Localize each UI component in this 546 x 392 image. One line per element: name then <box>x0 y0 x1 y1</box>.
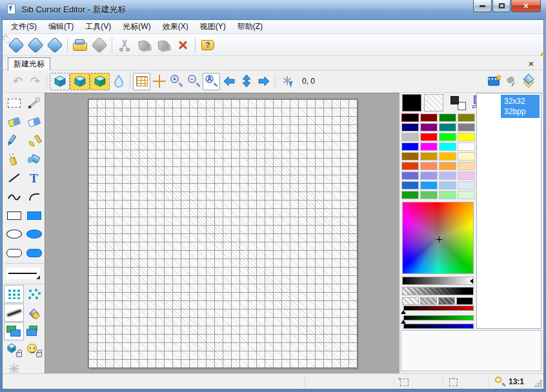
canvas-grid[interactable] <box>88 99 358 368</box>
tool-text[interactable]: T <box>24 169 44 187</box>
zoom-out-button[interactable]: − <box>185 73 203 90</box>
crosshair-toggle-button[interactable] <box>150 73 168 90</box>
tool-filled-rectangle[interactable] <box>24 206 44 224</box>
transparency-drop-button[interactable] <box>110 73 127 90</box>
tool-move-region[interactable] <box>24 322 44 340</box>
palette-swatch[interactable] <box>420 172 438 180</box>
tool-spray-pattern[interactable] <box>24 285 44 303</box>
menu-file[interactable]: 文件(S) <box>5 19 43 34</box>
shift-left-button[interactable] <box>220 73 238 90</box>
undo-button[interactable]: ↶ <box>9 73 26 90</box>
tool-lock-3d[interactable] <box>4 341 24 359</box>
tool-lock-smiley[interactable] <box>24 341 44 359</box>
palette-swatch[interactable] <box>401 123 419 132</box>
tool-fill[interactable] <box>24 150 44 168</box>
palette-swatch[interactable] <box>439 162 456 170</box>
tool-spray[interactable] <box>4 150 24 168</box>
draw-mode-transparent-button[interactable] <box>90 73 110 90</box>
palette-swatch[interactable] <box>458 113 475 122</box>
draw-mode-normal-button[interactable] <box>50 73 70 90</box>
menu-edit[interactable]: 编辑(T) <box>43 19 79 34</box>
tab-new-cursor[interactable]: 新建光标 <box>8 57 50 70</box>
menu-effects[interactable]: 效果(X) <box>157 19 194 34</box>
alpha-preset-25[interactable] <box>402 297 419 305</box>
palette-swatch[interactable] <box>439 191 456 199</box>
paste-button[interactable] <box>154 35 173 55</box>
save-button[interactable] <box>70 35 90 55</box>
tool-rounded-rectangle[interactable] <box>4 244 24 262</box>
shift-vertical-button[interactable] <box>238 73 255 90</box>
palette-swatch[interactable] <box>401 191 419 199</box>
palette-swatch[interactable] <box>401 162 419 170</box>
grid-toggle-button[interactable] <box>133 73 150 90</box>
palette-swatch[interactable] <box>439 172 456 180</box>
layers-button[interactable] <box>520 73 537 90</box>
palette-swatch[interactable] <box>458 152 475 161</box>
palette-swatch[interactable] <box>420 162 438 170</box>
tool-blend[interactable] <box>24 304 44 322</box>
palette-swatch[interactable] <box>458 123 475 132</box>
cut-button[interactable] <box>115 35 134 55</box>
resize-grip[interactable] <box>534 380 542 387</box>
menu-cursor[interactable]: 光标(W) <box>117 19 156 34</box>
palette-swatch[interactable] <box>458 142 475 151</box>
palette-swatch[interactable] <box>458 191 475 199</box>
palette-swatch[interactable] <box>439 181 456 190</box>
close-button[interactable]: × <box>511 0 541 12</box>
tool-color-picker[interactable] <box>24 94 44 112</box>
tool-selection[interactable] <box>4 94 24 112</box>
red-slider-marker[interactable] <box>401 310 406 314</box>
draw-mode-background-button[interactable] <box>70 73 90 90</box>
new-cursor-button[interactable] <box>6 35 26 55</box>
palette-swatch[interactable] <box>401 113 419 122</box>
palette-swatch[interactable] <box>401 172 419 180</box>
palette-swatch[interactable] <box>420 142 438 151</box>
minimize-button[interactable] <box>473 0 492 12</box>
tool-curve[interactable] <box>4 188 24 206</box>
help-button[interactable]: ? <box>198 35 217 55</box>
palette-swatch[interactable] <box>439 123 456 132</box>
alpha-preset-75[interactable] <box>438 297 455 305</box>
palette-swatch[interactable] <box>420 123 438 132</box>
palette-swatch[interactable] <box>420 113 438 122</box>
alpha-preset-50[interactable] <box>420 297 437 305</box>
palette-swatch[interactable] <box>439 152 456 161</box>
tool-brush[interactable] <box>24 132 44 150</box>
menu-tools[interactable]: 工具(V) <box>79 19 117 34</box>
maximize-button[interactable] <box>492 0 511 12</box>
title-bar[interactable]: Sib Cursor Editor - 新建光标 × <box>0 0 546 19</box>
palette-swatch[interactable] <box>401 181 419 190</box>
tool-filled-rounded-rectangle[interactable] <box>24 244 44 262</box>
palette-swatch[interactable] <box>458 162 475 170</box>
palette-swatch[interactable] <box>401 133 419 141</box>
tool-pencil[interactable] <box>4 132 24 150</box>
remove-frame-button[interactable] <box>502 73 520 90</box>
swap-black-white-icon[interactable] <box>450 95 467 111</box>
menu-view[interactable]: 视图(Y) <box>194 19 232 34</box>
zoom-actual-button[interactable]: A <box>203 73 220 90</box>
palette-swatch[interactable] <box>458 133 475 141</box>
tool-copy-region[interactable] <box>4 322 24 340</box>
current-color-swatch[interactable] <box>402 94 421 112</box>
palette-swatch[interactable] <box>420 191 438 199</box>
tool-ellipse[interactable] <box>4 225 24 243</box>
palette-swatch[interactable] <box>401 152 419 161</box>
palette-swatch[interactable] <box>439 142 456 151</box>
palette-swatch[interactable] <box>458 181 475 190</box>
green-slider[interactable] <box>403 315 474 320</box>
save-all-button[interactable] <box>90 35 109 55</box>
color-picker-gradient[interactable] <box>402 202 474 274</box>
test-cursor-button[interactable] <box>278 73 296 90</box>
add-frame-button[interactable]: ★ <box>485 73 502 90</box>
palette-swatch[interactable] <box>401 142 419 151</box>
redo-button[interactable]: ↷ <box>26 73 44 90</box>
tab-close-button[interactable]: × <box>525 57 537 69</box>
tool-filled-ellipse[interactable] <box>24 225 44 243</box>
palette-swatch[interactable] <box>420 133 438 141</box>
blue-slider[interactable] <box>403 324 474 329</box>
palette-swatch[interactable] <box>439 113 456 122</box>
alpha-slider[interactable] <box>402 287 474 295</box>
palette-swatch[interactable] <box>458 172 475 180</box>
copy-button[interactable] <box>134 35 154 55</box>
tool-eraser-alt[interactable] <box>24 113 44 131</box>
